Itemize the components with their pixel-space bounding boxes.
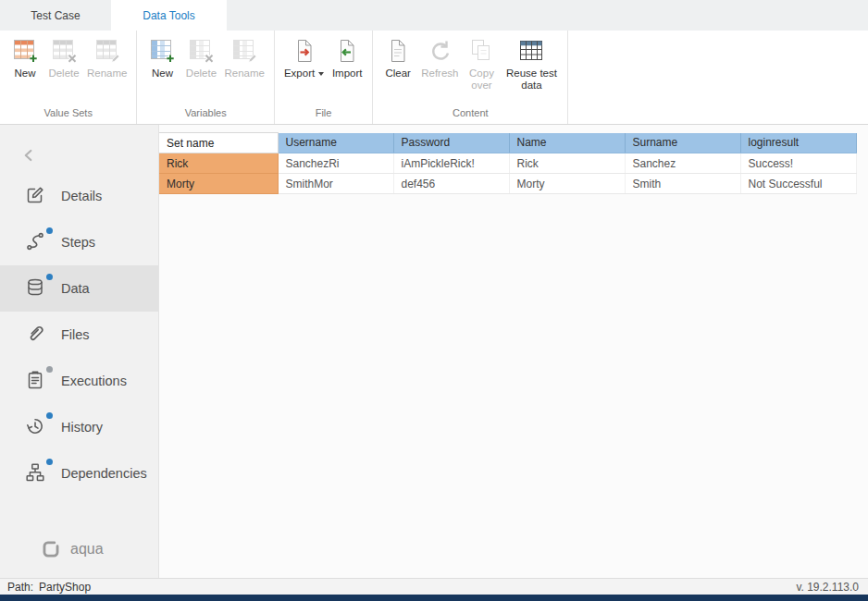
ribbon-group-label: Content [378,104,562,123]
set-name-cell[interactable]: Morty [159,174,278,194]
tab-data-tools[interactable]: Data Tools [111,0,227,31]
chevron-left-icon [19,145,39,166]
data-grid-area: Set name Username Password Name Surname … [159,125,868,578]
table-cell[interactable]: iAmPickleRick! [393,153,509,174]
data-notification-badge [46,274,53,280]
sidebar-item-label: Dependencies [61,466,147,481]
variables-delete-button[interactable]: Delete [181,35,220,81]
refresh-arrows-icon [425,37,454,65]
status-bar: Path: PartyShop v. 19.2.113.0 [0,578,868,595]
aqua-logo-icon [39,537,63,561]
bottom-accent-bar [0,595,868,601]
table-row: Morty SmithMor def456 Morty Smith Not Su… [159,174,856,194]
document-import-icon [332,37,362,65]
button-label: Rename [87,67,127,80]
sidebar-item-executions[interactable]: Executions [0,358,158,404]
column-header-password: Password [393,133,509,153]
edit-pencil-icon [24,184,48,208]
button-label: Reuse test data [504,67,558,92]
variable-table-pencil-icon [229,37,259,65]
sidebar-item-label: Steps [61,235,95,250]
table-cell[interactable]: SanchezRi [278,153,393,174]
reuse-test-data-button[interactable]: Reuse test data [501,35,562,93]
value-set-table-pencil-icon [93,37,122,65]
path-value: PartyShop [39,581,91,594]
history-notification-badge [46,412,53,419]
value-sets-delete-button[interactable]: Delete [44,35,83,81]
clipboard-icon [24,369,48,393]
sidebar-item-label: Executions [61,374,127,388]
sidebar-item-data[interactable]: Data [0,265,158,312]
variables-new-button[interactable]: New [143,35,181,81]
paperclip-icon [24,323,48,347]
hierarchy-icon [24,461,48,485]
ribbon-group-value-sets: New Delete [0,31,137,124]
column-header-username: Username [278,133,393,153]
body: Details Steps [0,125,868,578]
clear-button[interactable]: Clear [378,35,417,81]
copy-documents-icon [466,37,496,65]
sidebar: Details Steps [0,125,159,578]
database-icon [24,276,48,300]
column-header-set-name: Set name [159,133,278,153]
path-label: Path: [7,581,33,594]
table-cell[interactable]: Sanchez [625,153,740,174]
table-cell[interactable]: Not Successful [740,174,856,194]
button-label: New [152,67,173,80]
dependencies-notification-badge [46,459,53,465]
ribbon: New Delete [0,31,868,125]
table-row: Rick SanchezRi iAmPickleRick! Rick Sanch… [159,153,856,174]
table-cell[interactable]: Rick [509,153,625,174]
variables-rename-button[interactable]: Rename [220,35,267,81]
column-header-surname: Surname [625,133,740,153]
table-cell[interactable]: SmithMor [278,174,393,194]
sidebar-item-history[interactable]: History [0,404,158,450]
tab-bar: Test Case Data Tools [0,0,868,31]
table-grid-icon [516,37,546,65]
aqua-logo-text: aqua [70,541,104,558]
document-export-icon [290,37,319,65]
ribbon-group-label: Value Sets [6,104,130,123]
steps-path-icon [24,230,48,254]
table-cell[interactable]: def456 [393,174,509,194]
version-label: v. 19.2.113.0 [796,581,859,594]
ribbon-group-variables: New Delete [137,31,274,124]
table-cell[interactable]: Morty [509,174,625,194]
value-set-table-plus-icon [10,37,40,65]
tab-test-case[interactable]: Test Case [0,0,111,31]
app-window: Test Case Data Tools [0,0,868,601]
variable-table-x-icon [186,37,216,65]
ribbon-group-label: Variables [143,104,267,123]
button-label: Import [332,67,363,80]
history-clock-icon [24,415,48,439]
table-cell[interactable]: Smith [625,174,740,194]
button-label: Rename [224,67,264,80]
button-label: Delete [48,67,79,80]
import-button[interactable]: Import [328,35,366,81]
sidebar-item-steps[interactable]: Steps [0,219,158,265]
refresh-button[interactable]: Refresh [417,35,462,81]
table-cell[interactable]: Success! [740,153,856,174]
aqua-logo: aqua [0,537,158,561]
sidebar-item-dependencies[interactable]: Dependencies [0,450,158,497]
column-header-name: Name [509,133,625,153]
button-label: Refresh [421,67,458,80]
button-label: New [14,67,35,80]
set-name-cell[interactable]: Rick [159,153,278,174]
sidebar-item-label: Files [61,327,90,342]
collapse-sidebar-button[interactable] [0,138,158,173]
sidebar-item-label: History [61,420,103,435]
sidebar-item-files[interactable]: Files [0,312,158,358]
copy-over-button[interactable]: Copy over [462,35,501,93]
button-label: Export [284,67,315,80]
sidebar-item-details[interactable]: Details [0,173,158,219]
export-button[interactable]: Export [280,35,328,81]
value-sets-rename-button[interactable]: Rename [83,35,130,81]
ribbon-group-file: Export Import File [275,31,373,124]
executions-notification-badge [46,366,53,373]
column-header-loginresult: loginresult [740,133,856,153]
button-label: Delete [186,67,217,80]
sidebar-item-label: Details [61,189,102,203]
value-sets-new-button[interactable]: New [6,35,44,81]
test-data-table: Set name Username Password Name Surname … [159,132,857,194]
